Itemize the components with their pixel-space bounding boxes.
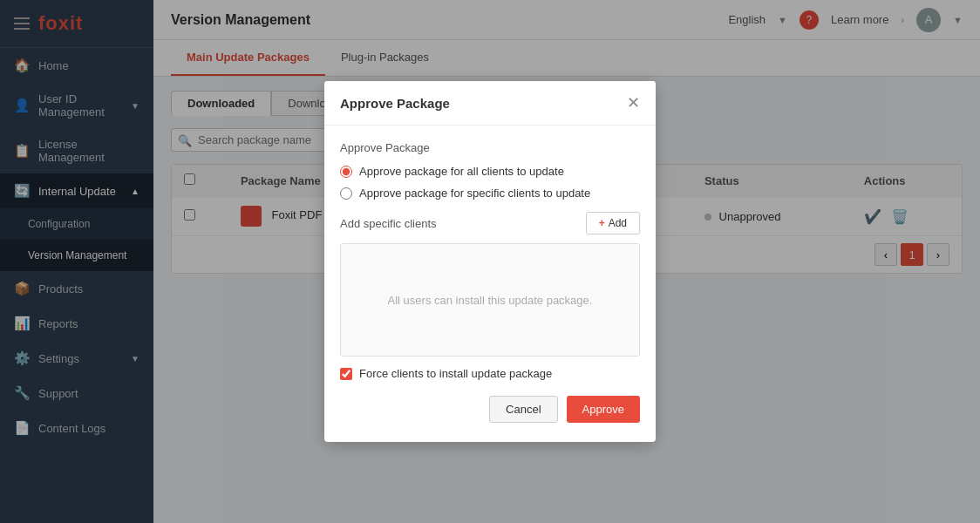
modal-section-label: Approve Package: [340, 141, 640, 154]
cancel-button[interactable]: Cancel: [489, 396, 557, 423]
force-install-label: Force clients to install update package: [359, 367, 552, 380]
force-install-row: Force clients to install update package: [340, 367, 640, 380]
clients-label: Add specific clients: [340, 217, 579, 230]
close-icon[interactable]: ✕: [627, 93, 640, 112]
radio-all-clients[interactable]: Approve package for all clients to updat…: [340, 165, 640, 178]
modal-overlay: Approve Package ✕ Approve Package Approv…: [0, 0, 980, 523]
plus-icon: +: [599, 217, 605, 229]
force-install-checkbox[interactable]: [340, 368, 352, 380]
radio-specific-input[interactable]: [340, 187, 352, 200]
radio-specific-clients[interactable]: Approve package for specific clients to …: [340, 187, 640, 200]
modal-body: Approve Package Approve package for all …: [324, 126, 656, 442]
approve-package-modal: Approve Package ✕ Approve Package Approv…: [324, 81, 656, 442]
modal-title: Approve Package: [340, 96, 450, 111]
clients-area-text: All users can install this update packag…: [388, 294, 593, 307]
add-button-label: Add: [609, 217, 627, 229]
modal-footer: Cancel Approve: [340, 396, 640, 426]
add-clients-button[interactable]: + Add: [586, 212, 640, 234]
modal-header: Approve Package ✕: [324, 81, 656, 126]
approve-button[interactable]: Approve: [567, 396, 640, 423]
radio-all-input[interactable]: [340, 166, 352, 178]
radio-all-label: Approve package for all clients to updat…: [359, 165, 564, 178]
radio-specific-label: Approve package for specific clients to …: [359, 187, 590, 200]
clients-row: Add specific clients + Add: [340, 212, 640, 234]
clients-area: All users can install this update packag…: [340, 243, 640, 357]
radio-group: Approve package for all clients to updat…: [340, 165, 640, 200]
